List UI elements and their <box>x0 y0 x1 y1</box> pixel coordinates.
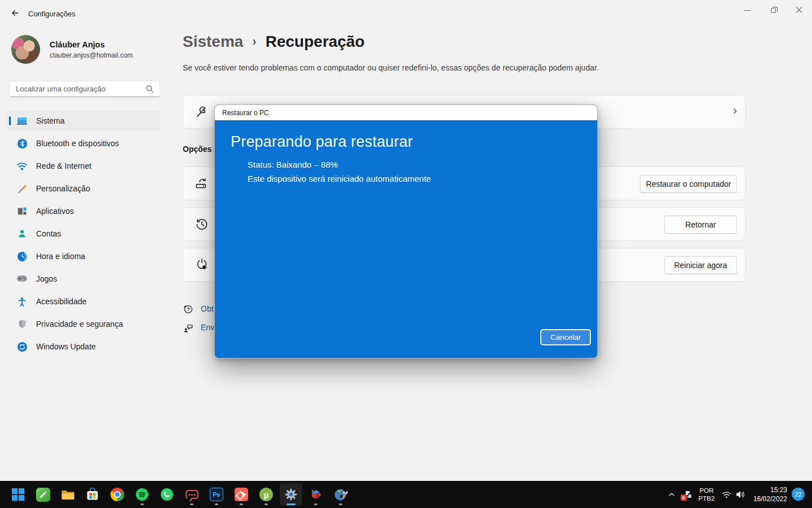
taskbar-whatsapp[interactable] <box>156 483 178 506</box>
search-input[interactable] <box>10 85 145 93</box>
minimize-button[interactable] <box>734 0 760 20</box>
taskbar: Ps µ <box>0 481 812 508</box>
running-indicator <box>339 503 342 505</box>
time-language-icon <box>16 251 28 262</box>
close-icon <box>796 7 802 14</box>
restore-button[interactable] <box>760 0 786 20</box>
running-indicator <box>314 503 317 505</box>
sidebar-item-windows-update[interactable]: Windows Update <box>7 336 160 357</box>
feedback-icon <box>183 322 193 333</box>
restart-now-button[interactable]: Reiniciar agora <box>664 256 737 274</box>
taskbar-media-app[interactable] <box>230 483 253 506</box>
sidebar-item-hora-idioma[interactable]: Hora e idioma <box>7 246 160 266</box>
wrench-icon <box>195 104 209 119</box>
tray-app-icon-button[interactable]: 8 <box>680 487 695 502</box>
taskbar-notes-app[interactable] <box>32 483 54 506</box>
paint-palette-icon <box>334 488 348 502</box>
whatsapp-icon <box>160 488 174 501</box>
sidebar-item-sistema[interactable]: Sistema <box>7 111 160 131</box>
section-header: Opções d <box>183 144 217 154</box>
taskbar-settings[interactable] <box>280 483 302 506</box>
back-button[interactable] <box>7 6 24 20</box>
notification-count-badge[interactable]: 22 <box>792 488 805 501</box>
sidebar-item-label: Sistema <box>36 116 65 125</box>
desktop: Configurações Cláuber Anjos clauber.anjo… <box>0 0 812 508</box>
sidebar-item-contas[interactable]: Contas <box>7 224 160 244</box>
minimize-icon <box>744 10 751 11</box>
breadcrumb: Sistema › Recuperação <box>183 33 365 51</box>
dialog-title: Restaurar o PC <box>215 109 269 117</box>
taskbar-chat-app[interactable] <box>180 483 203 506</box>
search-box[interactable] <box>9 81 160 97</box>
svg-text:?: ? <box>187 306 190 312</box>
media-app-icon <box>235 488 248 501</box>
personalization-icon <box>16 183 28 194</box>
chrome-icon <box>111 488 124 501</box>
taskbar-ms-store[interactable] <box>81 483 104 506</box>
breadcrumb-root[interactable]: Sistema <box>183 33 243 51</box>
sidebar-item-privacidade[interactable]: Privacidade e segurança <box>7 314 160 334</box>
reset-pc-button[interactable]: Restaurar o computador <box>640 175 737 193</box>
dialog-status-line: Status: Baixando – 88% <box>248 160 338 169</box>
tray-app-badge: 8 <box>681 494 687 501</box>
page-title: Recuperação <box>266 33 365 51</box>
network-icon <box>16 160 28 172</box>
running-indicator <box>264 503 268 505</box>
sidebar-item-jogos[interactable]: Jogos <box>7 269 160 289</box>
back-arrow-icon <box>11 8 20 17</box>
sidebar-item-aplicativos[interactable]: Aplicativos <box>7 201 160 221</box>
windows-start-icon <box>12 488 24 501</box>
sidebar-item-acessibilidade[interactable]: Acessibilidade <box>7 291 160 312</box>
taskbar-chrome[interactable] <box>106 483 129 506</box>
restore-icon <box>771 8 776 13</box>
running-indicator <box>240 503 243 505</box>
tray-date: 16/02/2022 <box>753 495 787 503</box>
sidebar-item-label: Rede & Internet <box>36 161 91 170</box>
tray-hidden-icons-button[interactable] <box>664 487 679 502</box>
games-icon <box>16 273 28 284</box>
taskbar-file-explorer[interactable] <box>56 483 79 506</box>
notes-app-icon <box>36 488 50 502</box>
taskbar-spotify[interactable] <box>131 483 153 506</box>
sidebar-item-label: Privacidade e segurança <box>36 319 123 329</box>
avatar[interactable] <box>11 35 40 64</box>
chevron-up-icon <box>668 492 675 497</box>
sidebar-item-label: Aplicativos <box>36 207 74 216</box>
language-line2: PTB2 <box>699 495 715 502</box>
taskbar-3d-app[interactable] <box>304 483 327 506</box>
tray-app-icon: 8 <box>683 490 692 500</box>
ms-store-icon <box>86 488 99 501</box>
get-help-link[interactable]: ? Obt <box>183 303 214 315</box>
cancel-button[interactable]: Cancelar <box>540 329 591 345</box>
language-line1: POR <box>700 487 714 494</box>
sidebar-item-label: Contas <box>36 229 61 238</box>
chat-app-icon <box>186 490 198 499</box>
sidebar-item-rede[interactable]: Rede & Internet <box>7 156 160 176</box>
running-indicator <box>215 503 218 505</box>
apps-icon <box>16 205 28 217</box>
running-indicator <box>190 503 193 505</box>
close-button[interactable] <box>786 0 812 20</box>
sidebar-item-bluetooth[interactable]: Bluetooth e dispositivos <box>7 133 160 154</box>
accounts-icon <box>16 228 28 239</box>
sidebar-item-personalizacao[interactable]: Personalização <box>7 178 160 199</box>
bluetooth-icon <box>16 138 28 149</box>
dialog-titlebar[interactable]: Restaurar o PC <box>215 105 597 120</box>
language-indicator[interactable]: POR PTB2 <box>696 487 717 502</box>
volume-button[interactable] <box>733 487 748 502</box>
taskbar-paint-app[interactable] <box>329 483 352 506</box>
wifi-button[interactable] <box>720 487 733 502</box>
sidebar-item-label: Hora e idioma <box>36 252 85 261</box>
utorrent-icon: µ <box>259 488 273 501</box>
breadcrumb-separator-icon: › <box>252 34 256 49</box>
titlebar: Configurações <box>0 0 812 24</box>
window-controls <box>734 0 812 20</box>
reset-pc-dialog: Restaurar o PC Preparando para restaurar… <box>214 104 598 358</box>
taskbar-photoshop[interactable]: Ps <box>205 483 228 506</box>
history-icon <box>195 217 209 231</box>
clock[interactable]: 15:23 16/02/2022 <box>750 487 787 502</box>
taskbar-utorrent[interactable]: µ <box>255 483 277 506</box>
go-back-button[interactable]: Retornar <box>664 216 737 234</box>
send-feedback-link[interactable]: Env <box>183 321 214 334</box>
start-button[interactable] <box>7 483 29 506</box>
